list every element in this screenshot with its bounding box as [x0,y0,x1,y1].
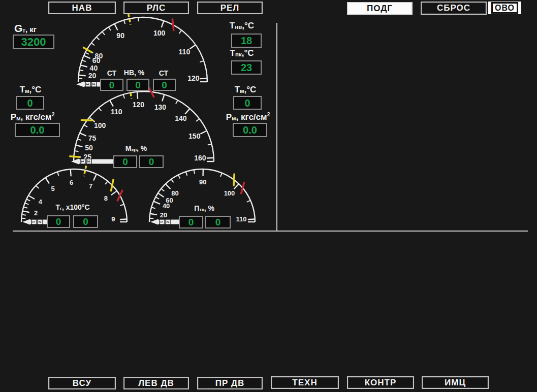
ptk-value-2: 0 [205,216,231,228]
svg-text:5: 5 [51,185,54,192]
svg-text:1: 1 [85,83,90,86]
svg-text:6: 6 [70,179,73,186]
svg-text:2: 2 [166,221,170,223]
tg-value-1: 0 [47,215,70,228]
mkr-value-1: 0 [113,155,137,168]
svg-text:130: 130 [154,103,167,111]
nv-st-left-label: СТ [103,70,121,77]
tekhn-button[interactable]: ТЕХН [271,376,339,389]
svg-text:9: 9 [111,215,115,223]
svg-text:80: 80 [171,189,178,197]
svg-text:2: 2 [38,221,42,223]
nv-value-1: 0 [100,79,123,91]
svg-text:2: 2 [91,83,96,86]
tg-title-label: Тг, х100°С [47,204,98,212]
tpk-label: Тпк,°С [222,49,262,58]
svg-text:150: 150 [188,132,201,140]
svg-text:80: 80 [95,52,103,60]
nv-value-3: 0 [153,79,176,91]
tm-left-label: Тм,°С [14,85,47,95]
svg-text:90: 90 [199,178,206,186]
podg-button[interactable]: ПОДГ [347,2,413,15]
svg-text:20: 20 [88,72,97,80]
svg-text:110: 110 [236,215,246,223]
tnv-value: 18 [231,34,262,48]
pm-right-label: Рм, кгс/см2 [219,112,276,122]
svg-text:100: 100 [224,189,235,197]
rel-button[interactable]: РЕЛ [197,2,263,14]
pm-left-value: 0.0 [15,123,60,137]
mkr-value-2: 0 [139,155,164,168]
tpk-value: 23 [231,60,262,75]
engine-display-screen: 2040608090100110120122550751001101201301… [0,0,537,392]
svg-text:100: 100 [153,29,166,37]
svg-text:90: 90 [116,31,124,40]
svg-text:100: 100 [94,121,106,129]
svg-text:75: 75 [88,134,97,142]
svg-text:1: 1 [80,160,85,163]
nv-title-label: НВ, % [121,69,147,77]
mkr-title-label: Мкр, % [118,145,154,153]
sbros-button[interactable]: СБРОС [421,2,487,15]
tm-left-value: 0 [16,96,44,110]
pm-right-value: 0.0 [233,123,267,137]
svg-text:50: 50 [85,144,93,152]
tm-right-label: Тм,°С [228,85,263,95]
svg-text:4: 4 [39,198,43,206]
ovo-button[interactable]: ОВО [488,2,521,14]
pm-left-label: Рм, кгс/см2 [4,112,61,122]
svg-text:40: 40 [90,64,98,72]
svg-text:140: 140 [175,114,187,122]
svg-text:120: 120 [133,101,145,109]
tnv-label: Тнв,°С [222,21,262,31]
vertical-divider [276,23,277,232]
svg-text:8: 8 [104,194,108,202]
lev-dv-button[interactable]: ЛЕВ ДВ [123,377,189,389]
svg-text:2: 2 [34,209,38,217]
vsu-button[interactable]: ВСУ [48,377,116,389]
svg-text:110: 110 [111,108,122,116]
pr-dv-button[interactable]: ПР ДВ [197,377,263,389]
tm-right-value: 0 [233,96,262,110]
nav-button[interactable]: НАВ [48,2,116,14]
svg-text:110: 110 [179,48,191,56]
horizontal-divider [13,231,528,232]
ovo-button-label: ОВО [491,2,518,14]
tg-value-2: 0 [73,215,98,228]
svg-text:1: 1 [160,221,164,223]
svg-text:7: 7 [89,182,92,190]
svg-text:1: 1 [31,221,36,223]
svg-text:60: 60 [166,197,173,204]
svg-text:20: 20 [160,211,167,219]
imts-button[interactable]: ИМЦ [422,376,489,389]
gauges-svg: 2040608090100110120122550751001101201301… [0,0,537,392]
fuel-label: Gт, кг [14,22,37,35]
fuel-value: 3200 [13,35,54,49]
ptk-value-1: 0 [179,216,203,228]
ptk-title-label: Птк, % [186,205,223,213]
svg-text:160: 160 [194,154,206,162]
svg-text:2: 2 [86,160,91,163]
nv-value-2: 0 [127,79,149,91]
nv-st-right-label: СТ [154,70,173,77]
rls-button[interactable]: РЛС [123,2,189,14]
svg-text:120: 120 [187,74,200,82]
kontr-button[interactable]: КОНТР [347,376,414,389]
